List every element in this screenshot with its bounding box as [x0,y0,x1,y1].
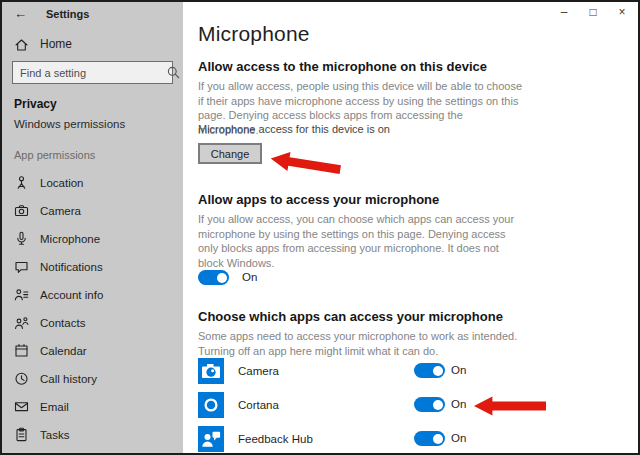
sidebar-item-notifications[interactable]: Notifications [2,254,183,280]
camera-icon [14,203,29,218]
microphone-icon [14,231,29,246]
account-info-icon [14,287,29,302]
window-title: Settings [46,8,89,20]
search-box[interactable] [12,61,173,84]
sidebar-item-call-history[interactable]: Call history [2,366,183,392]
feedback-hub-toggle-state: On [451,432,466,444]
privacy-heading: Privacy [14,97,57,111]
sidebar-item-tasks[interactable]: Tasks [2,422,183,448]
section-apps-description: If you allow access, you can choose whic… [198,212,518,270]
maximize-button[interactable]: □ [587,5,599,19]
sidebar-item-camera[interactable]: Camera [2,198,183,224]
feedback-hub-mic-toggle[interactable] [414,431,445,446]
sidebar-item-label: Microphone [40,226,100,252]
sidebar-item-label: Notifications [40,254,103,280]
section-apps-heading: Allow apps to access your microphone [198,192,439,207]
sidebar-item-account-info[interactable]: Account info [2,282,183,308]
allow-apps-toggle-state: On [242,271,257,283]
app-name: Cortana [238,392,279,418]
app-name: Feedback Hub [238,426,313,452]
app-row-feedback-hub: Feedback Hub On [183,426,638,452]
sidebar-item-email[interactable]: Email [2,394,183,420]
app-row-camera: Camera On [183,358,638,384]
search-icon [166,65,182,81]
main-content: – □ × Microphone Allow access to the mic… [183,2,638,453]
feedback-hub-app-icon [198,426,224,452]
sidebar-item-label: Calendar [40,338,87,364]
tasks-icon [14,427,29,442]
sidebar-item-label: Call history [40,366,97,392]
app-permissions-group-label: App permissions [14,149,95,161]
change-button[interactable]: Change [198,143,262,164]
sidebar-item-label: Home [40,32,72,56]
window-controls: – □ × [558,5,628,19]
call-history-icon [14,371,29,386]
minimize-button[interactable]: – [558,5,570,19]
contacts-icon [14,315,29,330]
app-row-cortana: Cortana On [183,392,638,418]
section-device-heading: Allow access to the microphone on this d… [198,59,487,74]
arrow-shape [474,396,546,415]
cortana-app-icon [198,392,224,418]
camera-mic-toggle[interactable] [414,363,445,378]
sidebar-item-microphone[interactable]: Microphone [2,226,183,252]
cortana-mic-toggle[interactable] [414,397,445,412]
section-choose-heading: Choose which apps can access your microp… [198,309,503,324]
sidebar: ← Settings Home Privacy Windows permissi… [2,2,183,453]
arrow-shape [269,149,342,179]
calendar-icon [14,343,29,358]
section-choose-description: Some apps need to access your microphone… [198,329,534,358]
sidebar-item-label: Contacts [40,310,85,336]
email-icon [14,399,29,414]
camera-app-icon [198,358,224,384]
sidebar-item-label: Camera [40,198,81,224]
back-arrow-icon[interactable]: ← [14,6,27,21]
settings-window: ← Settings Home Privacy Windows permissi… [0,0,640,455]
sidebar-item-label: Account info [40,282,103,308]
red-arrow-annotation [265,146,346,182]
app-name: Camera [238,358,279,384]
sidebar-item-home[interactable]: Home [2,32,183,56]
home-icon [14,37,29,52]
red-arrow-annotation [464,394,556,418]
sidebar-item-label: Email [40,394,69,420]
sidebar-item-label: Tasks [40,422,69,448]
page-title: Microphone [198,22,310,46]
device-access-status: Microphone access for this device is on [198,123,390,135]
sidebar-item-windows-permissions[interactable]: Windows permissions [14,118,125,130]
search-input[interactable] [13,67,166,79]
sidebar-item-calendar[interactable]: Calendar [2,338,183,364]
sidebar-item-contacts[interactable]: Contacts [2,310,183,336]
camera-toggle-state: On [451,364,466,376]
notifications-icon [14,259,29,274]
sidebar-item-location[interactable]: Location [2,170,183,196]
close-button[interactable]: × [616,5,628,19]
allow-apps-toggle[interactable] [198,270,229,285]
sidebar-item-label: Location [40,170,83,196]
location-icon [14,175,29,190]
